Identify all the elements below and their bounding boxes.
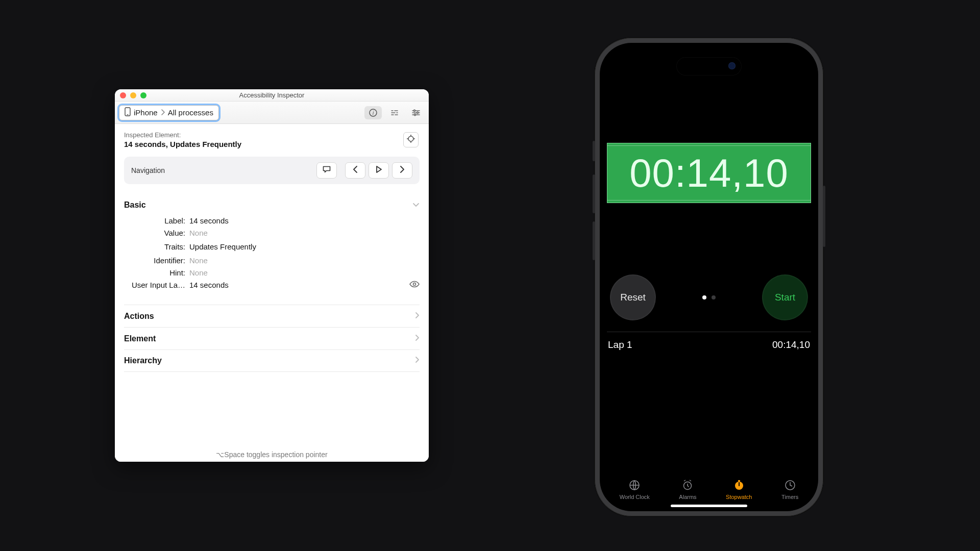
page-dot-2 [712, 295, 716, 299]
play-icon [376, 166, 382, 175]
prop-label: Label: 14 seconds [124, 215, 420, 227]
stopwatch-screen: 00:14,10 Reset Start Lap 1 00:14,10 [607, 143, 811, 358]
dynamic-island [676, 57, 742, 76]
prop-value: None [189, 255, 404, 267]
footer-hint: ⌥Space toggles inspection pointer [115, 447, 429, 462]
prop-value: 14 seconds [189, 279, 404, 291]
globe-icon [628, 479, 641, 492]
speech-bubble-icon [322, 165, 331, 176]
chevron-right-icon [415, 334, 420, 343]
inspected-element-highlight: 00:14,10 [607, 143, 811, 203]
inspected-element-summary: 14 seconds, Updates Frequently [124, 140, 420, 148]
lap-name: Lap 1 [608, 339, 632, 350]
reset-button[interactable]: Reset [610, 274, 656, 320]
inspector-tab-button[interactable]: i [364, 106, 382, 119]
chevron-right-icon [415, 312, 420, 321]
chevron-right-icon [400, 166, 405, 175]
tab-label: Stopwatch [726, 494, 752, 500]
navigation-title: Navigation [131, 166, 165, 174]
tab-alarms[interactable]: Alarms [679, 479, 696, 500]
speak-element-button[interactable] [316, 162, 337, 179]
volume-down-button[interactable] [593, 221, 595, 260]
hierarchy-section-row[interactable]: Hierarchy [124, 349, 420, 372]
home-indicator[interactable] [671, 505, 747, 507]
tab-label: Timers [781, 494, 798, 500]
lap-time: 00:14,10 [772, 339, 810, 350]
chevron-left-icon [353, 166, 358, 175]
svg-point-4 [413, 110, 415, 111]
window-controls [120, 92, 146, 98]
crosshair-icon [406, 134, 415, 145]
zoom-window-button[interactable] [140, 92, 146, 98]
front-camera-icon [728, 62, 736, 69]
actions-section-row[interactable]: Actions [124, 305, 420, 327]
minimize-window-button[interactable] [130, 92, 136, 98]
inspection-target-selector[interactable]: iPhone All processes [119, 105, 219, 120]
start-button[interactable]: Start [762, 274, 808, 320]
window-title: Accessibility Inspector [115, 91, 429, 99]
svg-point-6 [414, 114, 415, 115]
tab-bar: World Clock Alarms Stopwatch Timers [600, 479, 818, 500]
volume-up-button[interactable] [593, 174, 595, 213]
chevron-right-icon [161, 108, 165, 117]
previous-element-button[interactable] [345, 162, 365, 179]
svg-point-5 [416, 112, 418, 113]
close-window-button[interactable] [120, 92, 126, 98]
prop-value: None [189, 227, 404, 239]
alarm-icon [681, 479, 694, 492]
section-title: Element [124, 334, 156, 343]
navigation-card: Navigation [124, 157, 420, 184]
element-section-row[interactable]: Element [124, 327, 420, 349]
lap-row: Lap 1 00:14,10 [607, 332, 811, 358]
svg-rect-12 [738, 480, 740, 482]
audit-tab-button[interactable] [386, 106, 403, 119]
auto-navigate-button[interactable] [369, 162, 389, 179]
target-process: All processes [168, 108, 213, 117]
basic-title: Basic [124, 201, 146, 210]
prop-identifier: Identifier: None [124, 255, 420, 267]
chevron-right-icon [415, 356, 420, 365]
iphone-device-frame: 00:14,10 Reset Start Lap 1 00:14,10 [595, 38, 823, 516]
timer-icon [783, 479, 797, 492]
prop-value: None [189, 267, 404, 279]
prop-key: Hint: [124, 267, 185, 279]
prop-key: Label: [124, 215, 185, 227]
prop-traits: Traits: Updates Frequently [124, 239, 420, 255]
stopwatch-icon [732, 479, 746, 492]
inspector-body: Inspected Element: 14 seconds, Updates F… [115, 124, 429, 462]
device-icon [125, 107, 131, 118]
svg-rect-1 [127, 114, 129, 115]
prop-key: Identifier: [124, 255, 185, 267]
prop-hint: Hint: None [124, 267, 420, 279]
point-to-inspect-button[interactable] [403, 132, 419, 147]
prop-key: Traits: [124, 239, 185, 255]
stopwatch-time: 00:14,10 [629, 150, 789, 196]
next-element-button[interactable] [392, 162, 412, 179]
reset-label: Reset [620, 292, 646, 303]
page-indicator[interactable] [702, 295, 716, 299]
svg-text:i: i [373, 110, 374, 115]
tab-timers[interactable]: Timers [781, 479, 798, 500]
eye-icon [409, 281, 420, 289]
target-device: iPhone [134, 108, 158, 117]
screen: 00:14,10 Reset Start Lap 1 00:14,10 [600, 43, 818, 511]
titlebar: Accessibility Inspector [115, 89, 429, 102]
tab-stopwatch[interactable]: Stopwatch [726, 479, 752, 500]
mute-switch[interactable] [593, 141, 595, 161]
inspected-element-label: Inspected Element: [124, 131, 420, 139]
accessibility-inspector-window: Accessibility Inspector iPhone All proce… [115, 89, 429, 462]
basic-section-header[interactable]: Basic [124, 201, 420, 210]
settings-tab-button[interactable] [407, 106, 425, 119]
quicklook-button[interactable] [408, 279, 420, 291]
svg-point-8 [413, 283, 416, 286]
prop-value-row: Value: None [124, 227, 420, 239]
start-label: Start [775, 292, 795, 303]
toolbar: iPhone All processes i [115, 102, 429, 124]
prop-value: 14 seconds [189, 215, 404, 227]
section-title: Actions [124, 312, 154, 321]
tab-world-clock[interactable]: World Clock [620, 479, 650, 500]
prop-value: Updates Frequently [189, 239, 404, 255]
page-dot-1 [702, 295, 706, 299]
side-button[interactable] [823, 186, 825, 247]
tab-label: World Clock [620, 494, 650, 500]
